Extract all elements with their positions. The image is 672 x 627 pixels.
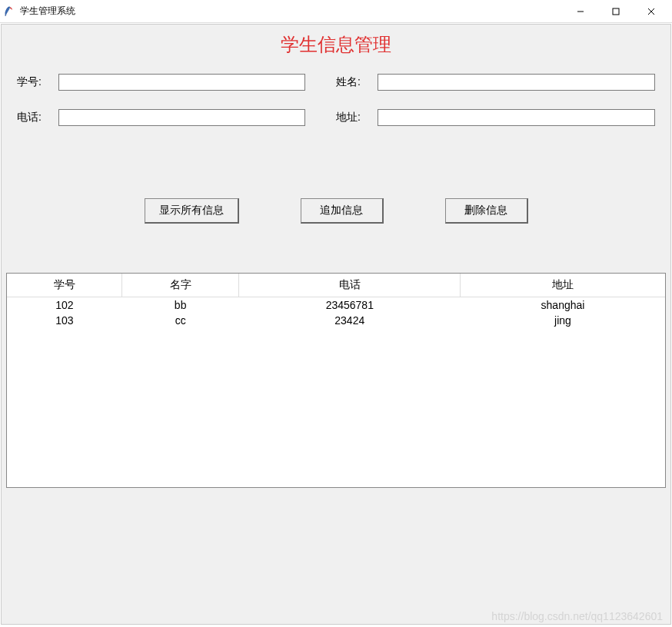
student-id-input[interactable]	[58, 74, 305, 91]
form-area: 学号: 姓名: 电话: 地址:	[2, 68, 670, 126]
table-cell: 23456781	[239, 297, 461, 314]
minimize-button[interactable]	[563, 0, 598, 23]
col-header-id[interactable]: 学号	[7, 274, 122, 297]
col-header-name[interactable]: 名字	[122, 274, 239, 297]
name-group: 姓名:	[336, 74, 655, 91]
delete-button[interactable]: 删除信息	[445, 198, 528, 224]
table-row[interactable]: 102bb23456781shanghai	[7, 297, 665, 314]
table-cell: bb	[122, 297, 239, 314]
address-input[interactable]	[378, 109, 655, 126]
phone-input[interactable]	[58, 109, 305, 126]
data-table: 学号 名字 电话 地址 102bb23456781shanghai103cc23…	[7, 274, 665, 328]
col-header-phone[interactable]: 电话	[239, 274, 461, 297]
address-group: 地址:	[336, 109, 655, 126]
form-row-1: 学号: 姓名:	[17, 74, 655, 91]
button-row: 显示所有信息 追加信息 删除信息	[2, 144, 670, 247]
window-titlebar: 学生管理系统	[0, 0, 672, 23]
page-title: 学生信息管理	[2, 25, 670, 68]
show-all-button[interactable]: 显示所有信息	[145, 198, 239, 224]
name-label: 姓名:	[336, 75, 378, 89]
window-controls	[563, 0, 669, 23]
app-body: 学生信息管理 学号: 姓名: 电话: 地址: 显示所有信息 追加信息	[1, 24, 671, 625]
app-icon	[3, 5, 15, 18]
table-cell: 23424	[239, 313, 461, 328]
student-id-label: 学号:	[17, 75, 58, 89]
table-cell: cc	[122, 313, 239, 328]
student-id-group: 学号:	[17, 74, 336, 91]
svg-rect-1	[613, 8, 619, 15]
table-cell: 102	[7, 297, 122, 314]
maximize-button[interactable]	[598, 0, 634, 23]
table-cell: jing	[461, 313, 665, 328]
window-title: 学生管理系统	[20, 5, 563, 18]
table-header-row: 学号 名字 电话 地址	[7, 274, 665, 297]
close-button[interactable]	[634, 0, 669, 23]
table-container[interactable]: 学号 名字 电话 地址 102bb23456781shanghai103cc23…	[6, 273, 666, 488]
phone-group: 电话:	[17, 109, 336, 126]
phone-label: 电话:	[17, 111, 58, 124]
append-button[interactable]: 追加信息	[301, 198, 384, 224]
address-label: 地址:	[336, 111, 378, 124]
table-cell: 103	[7, 313, 122, 328]
form-row-2: 电话: 地址:	[17, 109, 655, 126]
name-input[interactable]	[378, 74, 655, 91]
table-cell: shanghai	[461, 297, 665, 314]
col-header-address[interactable]: 地址	[461, 274, 665, 297]
table-row[interactable]: 103cc23424jing	[7, 313, 665, 328]
